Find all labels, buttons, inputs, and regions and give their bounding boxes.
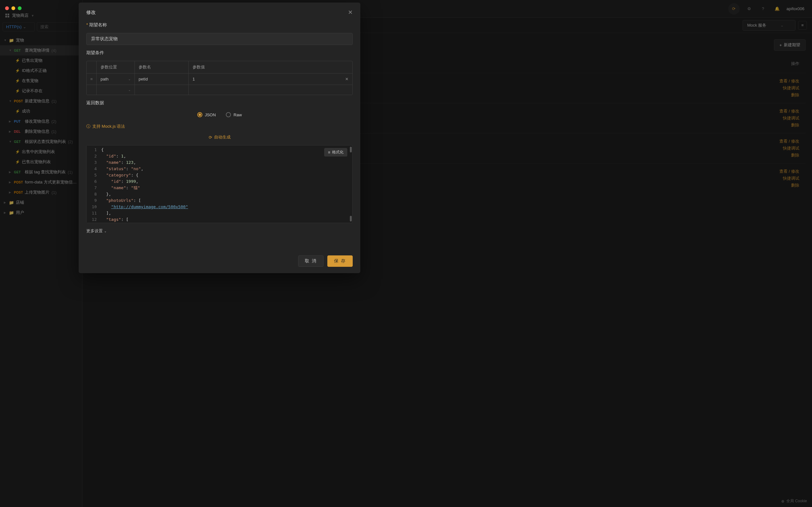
radio-raw[interactable]: Raw	[226, 112, 242, 117]
minimize-window[interactable]	[11, 6, 15, 10]
edit-expectation-modal: 修改 ✕ *期望名称 期望条件 参数位置 参数名 参数值 ≡ path⌄ pet…	[79, 3, 360, 273]
param-location-select[interactable]: path⌄	[97, 73, 135, 84]
condition-row-empty: ⌄	[87, 84, 352, 95]
param-value-input[interactable]: 1 ✕	[189, 73, 352, 84]
close-window[interactable]	[5, 6, 9, 10]
chevron-down-icon: ⌄	[128, 88, 131, 92]
param-location-select[interactable]: ⌄	[97, 85, 135, 95]
cancel-button[interactable]: 取 消	[298, 256, 323, 267]
expectation-name-input[interactable]	[86, 33, 353, 45]
name-label: *期望名称	[86, 22, 353, 28]
col-param-name: 参数名	[135, 61, 189, 73]
mockjs-support-link[interactable]: ⓘ 支持 Mock.js 语法	[86, 124, 353, 129]
line-gutter: 123456789101112	[87, 146, 99, 223]
param-name-input[interactable]	[135, 85, 189, 95]
col-param-location: 参数位置	[97, 61, 135, 73]
scrollbar-thumb[interactable]	[350, 216, 352, 222]
radio-icon	[197, 112, 202, 117]
conditions-table: 参数位置 参数名 参数值 ≡ path⌄ petId 1 ✕ ⌄	[86, 61, 353, 95]
scrollbar-thumb[interactable]	[350, 147, 352, 153]
modal-close-button[interactable]: ✕	[348, 9, 353, 16]
return-data-label: 返回数据	[86, 100, 353, 106]
drag-handle[interactable]: ≡	[87, 73, 97, 84]
json-editor[interactable]: ≡ 格式化 123456789101112 { "id": 1, "name":…	[86, 145, 353, 223]
maximize-window[interactable]	[18, 6, 21, 10]
auto-generate-button[interactable]: ⟳ 自动生成	[209, 134, 231, 140]
chevron-down-icon: ⌄	[104, 229, 107, 233]
chevron-down-icon: ⌄	[128, 77, 131, 81]
code-content: { "id": 1, "name": 123, "status": "no", …	[101, 147, 350, 223]
col-param-value: 参数值	[189, 61, 352, 73]
condition-row: ≡ path⌄ petId 1 ✕	[87, 73, 352, 84]
more-settings-toggle[interactable]: 更多设置 ⌄	[86, 228, 353, 234]
window-controls	[5, 6, 21, 10]
radio-json[interactable]: JSON	[197, 112, 216, 117]
param-name-input[interactable]: petId	[135, 73, 189, 84]
help-icon: ⓘ	[86, 124, 90, 129]
save-button[interactable]: 保 存	[327, 256, 353, 267]
conditions-label: 期望条件	[86, 50, 353, 56]
refresh-icon: ⟳	[209, 135, 212, 140]
remove-row-button[interactable]: ✕	[345, 77, 349, 81]
modal-title: 修改	[86, 9, 96, 15]
radio-icon	[226, 112, 231, 117]
param-value-input[interactable]	[189, 85, 352, 95]
